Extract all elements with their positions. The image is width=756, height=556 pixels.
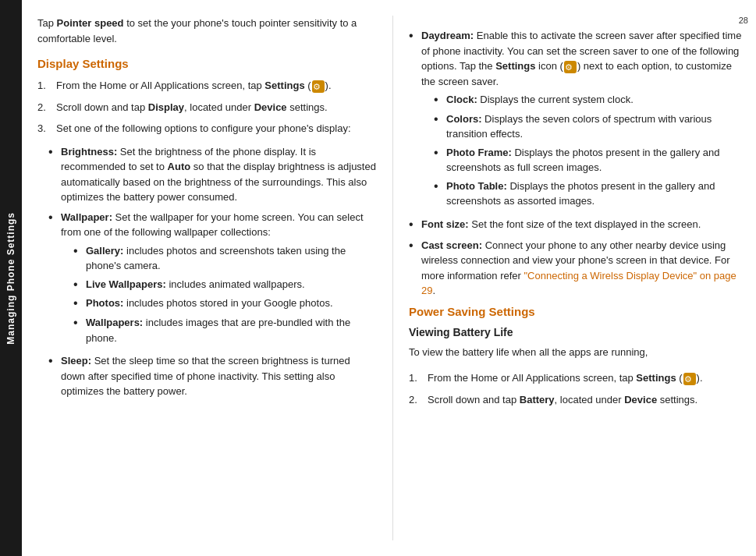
daydream-subbullets: • Clock: Displays the current system clo… [434,92,748,209]
page-number: 28 [409,16,748,25]
power-saving-heading: Power Saving Settings [409,305,748,318]
sleep-item: • Sleep: Set the sleep time so that the … [48,353,377,399]
cast-screen-item: • Cast screen: Connect your phone to any… [409,238,748,299]
battery-intro: To view the battery life when all the ap… [409,345,748,360]
live-wallpapers-item: • Live Wallpapers: includes animated wal… [73,277,377,293]
main-content: Tap Pointer speed to set the your phone'… [22,0,756,556]
power-steps-list: 1. From the Home or All Applications scr… [409,370,748,407]
sidebar: Managing Phone Settings [0,0,22,556]
pointer-speed-bold: Pointer speed [57,17,124,29]
gallery-item: • Gallery: includes photos and screensho… [73,243,377,274]
right-column: 28 • Daydream: Enable this to activate t… [393,16,748,540]
settings-icon-3 [683,373,696,385]
cast-screen-link[interactable]: "Connecting a Wirelss Display Device" on… [421,270,736,297]
sidebar-label: Managing Phone Settings [5,212,16,345]
settings-icon-2 [564,61,577,73]
intro-paragraph: Tap Pointer speed to set the your phone'… [37,16,377,46]
photos-item: • Photos: includes photos stored in your… [73,296,377,312]
font-size-item: • Font size: Set the font size of the te… [409,217,748,233]
display-settings-heading: Display Settings [37,57,377,70]
settings-icon-1 [312,80,325,93]
viewing-battery-subheading: Viewing Battery Life [409,326,748,338]
display-bullets: • Brightness: Set the brightness of the … [48,144,377,399]
wallpaper-item: • Wallpaper: Set the wallpaper for your … [48,210,377,349]
wallpaper-subbullets: • Gallery: includes photos and screensho… [73,243,377,346]
wallpapers-item: • Wallpapers: includes images that are p… [73,315,377,345]
power-saving-section: Power Saving Settings Viewing Battery Li… [409,305,748,408]
display-step-2: 2. Scroll down and tap Display, located … [37,100,377,115]
daydream-item: • Daydream: Enable this to activate the … [409,28,748,212]
left-column: Tap Pointer speed to set the your phone'… [37,16,393,540]
right-bullets: • Daydream: Enable this to activate the … [409,28,748,299]
photo-table-item: • Photo Table: Displays the photos prese… [434,179,748,209]
clock-item: • Clock: Displays the current system clo… [434,92,748,108]
display-steps-list: 1. From the Home or All Applications scr… [37,78,377,136]
display-settings-section: Display Settings 1. From the Home or All… [37,57,377,399]
colors-item: • Colors: Displays the seven colors of s… [434,112,748,142]
power-step-1: 1. From the Home or All Applications scr… [409,370,748,386]
display-step-3: 3. Set one of the following options to c… [37,121,377,136]
power-step-2: 2. Scroll down and tap Battery, located … [409,392,748,408]
display-step-1: 1. From the Home or All Applications scr… [37,78,377,94]
photo-frame-item: • Photo Frame: Displays the photos prese… [434,145,748,175]
brightness-item: • Brightness: Set the brightness of the … [48,144,377,205]
